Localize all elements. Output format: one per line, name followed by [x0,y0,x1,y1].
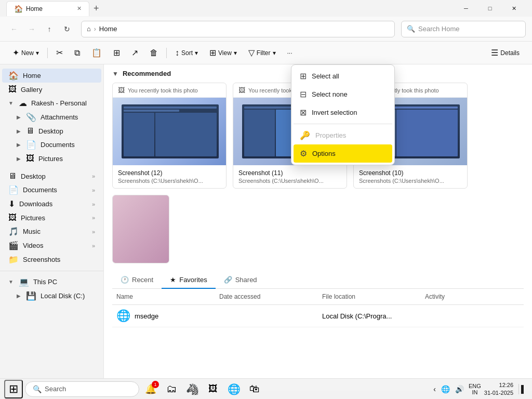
documents2-icon: 📄 [8,185,19,195]
up-button[interactable]: ↑ [42,21,57,37]
taskbar-search-box[interactable]: 🔍 Search [25,381,139,397]
taskbar-right: ‹ 🌐 🔊 ENG IN 12:26 31-01-2025 ▌ [432,381,528,396]
new-button[interactable]: ✦ New ▾ [7,45,44,60]
clock[interactable]: 12:26 31-01-2025 [484,381,513,396]
row-location-cell: Local Disk (C:\Progra... [318,312,421,320]
sidebar-documents2-label: Documents [23,186,57,194]
sidebar-item-desktop2[interactable]: 🖥 Desktop » [2,169,101,183]
menu-item-select-all[interactable]: ⊞ Select all [294,67,392,85]
close-button[interactable]: ✕ [502,0,526,17]
active-tab[interactable]: 🏠 Home ✕ [6,1,89,16]
menu-item-select-none[interactable]: ⊟ Select none [294,85,392,103]
search-box[interactable]: 🔍 Search Home [401,21,526,37]
photo-card-1-header: 🖼 You recently took this photo [113,83,226,98]
sidebar-item-documents[interactable]: ▶ 📄 Documents [2,138,101,152]
cmd-separator-1 [47,48,48,58]
sidebar-item-localdisk[interactable]: ▶ 💾 Local Disk (C:) [2,289,101,303]
view-label: View [218,49,232,57]
videos-pin-icon: » [92,243,95,249]
lang-indicator[interactable]: ENG IN [469,383,481,395]
sidebar-item-videos[interactable]: 🎬 Videos » [2,238,101,252]
screen-content-1 [122,104,219,158]
options-label: Options [312,150,336,157]
minimize-button[interactable]: ─ [454,0,478,17]
sidebar-item-pictures2[interactable]: 🖼 Pictures » [2,211,101,224]
refresh-button[interactable]: ↻ [59,21,75,37]
details-label: Details [500,49,520,57]
sidebar-item-desktop[interactable]: ▶ 🖥 Desktop [2,124,101,138]
sidebar-item-cloud[interactable]: ▼ ☁ Rakesh - Personal [2,96,101,110]
new-tab-button[interactable]: + [89,1,103,16]
network-icon[interactable]: 🌐 [440,384,451,394]
sidebar-gallery-label: Gallery [21,86,42,94]
zebra-icon[interactable]: 🦓 [183,380,202,398]
maximize-button[interactable]: □ [478,0,502,17]
sort-button[interactable]: ↕ Sort ▾ [170,46,203,60]
taskview-icon[interactable]: 🖼 [204,380,222,398]
sidebar-item-gallery[interactable]: 🖼 Gallery [2,83,101,96]
start-button[interactable]: ⊞ [4,380,23,398]
copy2-icon: ⊞ [113,48,120,58]
photo-card-4[interactable] [112,195,169,263]
sidebar-item-pictures[interactable]: ▶ 🖼 Pictures [2,152,101,165]
navigation-toolbar: ← → ↑ ↻ ⌂ › Home 🔍 Search Home [0,17,532,42]
photo-card-1[interactable]: 🖼 You recently took this photo [112,83,227,189]
sidebar-item-screenshots[interactable]: 📁 Screenshots [2,252,101,267]
sidebar-item-attachments[interactable]: ▶ 📎 Attachments [2,110,101,124]
new-chevron-icon: ▾ [36,49,39,57]
share-button[interactable]: ↗ [126,45,143,60]
sidebar-item-downloads[interactable]: ⬇ Downloads » [2,197,101,211]
photo-card-1-title: Screenshot (12) [118,169,221,177]
downloads-pin-icon: » [92,201,95,207]
address-bar[interactable]: ⌂ › Home [81,21,395,37]
photo-card-1-screen [122,104,219,158]
sidebar-documents-label: Documents [41,141,75,149]
edge-taskbar[interactable]: 🌐 [224,380,243,398]
details-button[interactable]: ☰ Details [486,45,525,60]
lang-text: ENG IN [469,383,481,395]
tabs-section: 🕐 Recent ★ Favorites 🔗 Shared [104,272,532,289]
sidebar-downloads-label: Downloads [19,200,52,208]
sidebar-pictures-label: Pictures [38,155,63,163]
copy2-button[interactable]: ⊞ [108,45,125,60]
back-button[interactable]: ← [6,21,22,37]
tab-favorites[interactable]: ★ Favorites [162,272,215,289]
delete-button[interactable]: 🗑 [144,46,163,60]
tab-shared[interactable]: 🔗 Shared [216,272,265,289]
menu-item-options[interactable]: ⚙ Options [294,144,392,163]
taskbar-search-icon: 🔍 [33,385,42,393]
sort-icon: ↕ [175,48,179,58]
documents-expand-icon: ▶ [17,142,21,148]
downloads-icon: ⬇ [8,199,15,209]
pictures2-pin-icon: » [92,215,95,221]
screen-panel-3 [244,110,275,156]
paste-icon: 📋 [91,48,102,58]
chevron-tray-icon[interactable]: ‹ [432,384,437,394]
cmd-separator-2 [166,48,167,58]
cut-button[interactable]: ✂ [51,45,68,60]
view-button[interactable]: ⊞ View ▾ [204,45,242,60]
command-bar: ✦ New ▾ ✂ ⧉ 📋 ⊞ ↗ 🗑 ↕ Sort ▾ ⊞ View ▾ ▽ … [0,42,532,64]
sidebar-item-thispc[interactable]: ▼ 💻 This PC [2,275,101,289]
store-icon[interactable]: 🛍 [245,380,264,398]
desktop2-icon: 🖥 [8,171,17,181]
paste-button[interactable]: 📋 [86,45,107,60]
music-pin-icon: » [92,229,95,235]
recommended-chevron-icon: ▼ [112,70,118,77]
volume-icon[interactable]: 🔊 [454,384,466,394]
tab-recent[interactable]: 🕐 Recent [112,272,162,289]
show-desktop-icon[interactable]: ▌ [518,384,528,394]
more-button[interactable]: ··· [282,47,298,59]
favorites-icon: ★ [170,276,176,284]
file-explorer-taskbar[interactable]: 🗂 [162,380,181,398]
table-row[interactable]: 🌐 msedge Local Disk (C:\Progra... [112,305,524,327]
filter-button[interactable]: ▽ Filter ▾ [243,45,281,60]
tab-close-button[interactable]: ✕ [77,5,82,12]
sidebar-item-home[interactable]: 🏠 Home [2,69,101,83]
sidebar-item-documents2[interactable]: 📄 Documents » [2,183,101,197]
forward-button[interactable]: → [24,21,39,37]
screen-bar-2 [124,110,179,112]
menu-item-invert-selection[interactable]: ⊠ Invert selection [294,103,392,122]
sidebar-item-music[interactable]: 🎵 Music » [2,224,101,238]
copy-button[interactable]: ⧉ [69,46,85,60]
